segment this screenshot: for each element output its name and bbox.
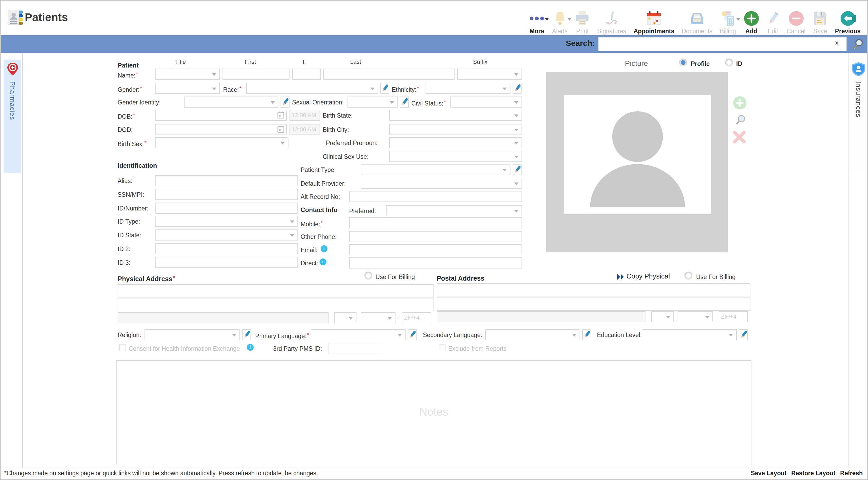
picture-zoom-icon xyxy=(734,114,747,129)
gender-identity-edit-pencil-icon[interactable] xyxy=(281,96,289,108)
id2-field[interactable] xyxy=(155,243,298,254)
preferred-pronoun-select[interactable] xyxy=(389,137,522,148)
postal-use-for-billing-radio[interactable] xyxy=(684,272,692,279)
name-title-select[interactable] xyxy=(155,68,220,80)
physical-state-select[interactable] xyxy=(334,312,356,323)
primary-language-edit-pencil-icon[interactable] xyxy=(408,329,416,340)
zip-dash: - xyxy=(398,314,400,321)
clinical-sex-use-select[interactable] xyxy=(389,151,522,162)
consent-label: Consent for Health Information Exchange xyxy=(129,345,240,352)
primary-language-select[interactable] xyxy=(311,329,405,340)
tab-pharmacies[interactable]: Pharmacies xyxy=(4,60,21,173)
physical-city-field xyxy=(118,312,329,323)
name-label: Name: xyxy=(118,71,138,79)
suffix-select[interactable] xyxy=(457,68,522,80)
patient-type-select[interactable] xyxy=(361,164,510,175)
ethnicity-edit-pencil-icon[interactable] xyxy=(513,83,522,94)
postal-zip-select[interactable] xyxy=(678,311,713,322)
default-provider-select[interactable] xyxy=(361,178,522,189)
physical-zip-select[interactable] xyxy=(361,312,396,323)
postal-zip4-placeholder: ZIP+4 xyxy=(721,313,737,320)
physical-address-line1-field[interactable] xyxy=(118,284,434,298)
sexual-orientation-select[interactable] xyxy=(347,96,398,108)
document-tray-icon xyxy=(689,10,705,27)
last-name-field[interactable] xyxy=(323,68,455,80)
patient-type-edit-pencil-icon[interactable] xyxy=(513,164,522,175)
restore-layout-link[interactable]: Restore Layout xyxy=(791,470,835,476)
id-type-select[interactable] xyxy=(155,216,298,227)
previous-button[interactable]: Previous xyxy=(831,4,864,34)
id3-field[interactable] xyxy=(155,257,298,268)
secondary-language-edit-pencil-icon[interactable] xyxy=(582,329,591,340)
alt-record-label: Alt Record No: xyxy=(301,193,340,201)
birth-city-select[interactable] xyxy=(389,124,522,135)
refresh-link[interactable]: Refresh xyxy=(840,470,863,476)
consent-info-icon[interactable] xyxy=(247,344,254,351)
preferred-pronoun-label: Preferred Pronoun: xyxy=(326,139,378,147)
print-button: Print xyxy=(571,4,593,34)
postal-state-select[interactable] xyxy=(651,311,674,322)
picture-id-radio[interactable] xyxy=(725,59,733,66)
sexual-orientation-edit-pencil-icon[interactable] xyxy=(400,96,409,108)
appointments-button[interactable]: Appointments xyxy=(630,4,678,34)
save-layout-link[interactable]: Save Layout xyxy=(751,470,786,476)
alias-field[interactable] xyxy=(155,175,298,186)
clinical-sex-use-label: Clinical Sex Use: xyxy=(323,153,369,160)
mobile-field[interactable] xyxy=(349,217,522,229)
content-panel: Pharmacies Insurances Patient Title Firs… xyxy=(1,53,867,468)
email-label: Email: xyxy=(301,246,317,254)
search-magnifier-button[interactable] xyxy=(850,36,866,52)
email-field[interactable] xyxy=(349,244,522,255)
notes-placeholder: Notes xyxy=(116,406,751,418)
left-divider xyxy=(22,53,23,468)
calendar-glyph-icon[interactable] xyxy=(277,125,284,135)
gender-identity-select[interactable] xyxy=(184,96,278,108)
picture-profile-radio[interactable] xyxy=(679,59,687,66)
direct-field[interactable] xyxy=(349,258,522,269)
right-tab-strip: Insurances xyxy=(848,53,868,468)
ssn-field[interactable] xyxy=(155,189,298,200)
preferred-contact-select[interactable] xyxy=(386,205,522,216)
add-button[interactable]: Add xyxy=(740,4,763,34)
religion-edit-pencil-icon[interactable] xyxy=(242,329,251,340)
id-number-field[interactable] xyxy=(155,203,298,214)
other-phone-field[interactable] xyxy=(349,231,522,242)
calendar-glyph-icon[interactable] xyxy=(277,111,284,121)
direct-info-icon[interactable] xyxy=(319,259,327,265)
person-silhouette-icon xyxy=(577,102,698,207)
civil-status-select[interactable] xyxy=(451,96,522,108)
education-level-edit-pencil-icon[interactable] xyxy=(739,329,748,340)
bell-icon xyxy=(554,10,566,27)
education-level-select[interactable] xyxy=(642,329,737,340)
dod-date-field[interactable] xyxy=(155,124,287,135)
birth-city-label: Birth City: xyxy=(323,126,349,133)
clear-search-icon[interactable]: x xyxy=(835,39,838,47)
id-state-select[interactable] xyxy=(155,230,298,241)
more-button[interactable]: More xyxy=(525,4,549,34)
exclude-checkbox xyxy=(439,344,445,351)
ethnicity-label: Ethnicity: xyxy=(392,85,419,93)
pms-id-field[interactable] xyxy=(329,343,380,353)
birth-sex-select[interactable] xyxy=(155,137,288,148)
physical-use-for-billing-radio[interactable] xyxy=(364,272,372,279)
gender-select[interactable] xyxy=(155,83,220,94)
email-info-icon[interactable] xyxy=(321,245,328,252)
tab-insurances[interactable]: Insurances xyxy=(850,60,866,173)
dob-date-field[interactable] xyxy=(155,110,287,121)
postal-address-line2-field[interactable] xyxy=(437,298,750,311)
save-button: Save xyxy=(809,4,831,34)
search-input[interactable] xyxy=(598,37,847,51)
physical-address-line2-field[interactable] xyxy=(118,299,434,311)
first-name-field[interactable] xyxy=(222,68,289,80)
birth-state-select[interactable] xyxy=(389,110,522,121)
secondary-language-select[interactable] xyxy=(485,329,580,340)
copy-physical-link[interactable]: Copy Physical xyxy=(626,273,670,280)
postal-address-line1-field[interactable] xyxy=(437,283,750,296)
col-last: Last xyxy=(350,59,361,65)
alt-record-field[interactable] xyxy=(349,191,522,202)
middle-initial-field[interactable] xyxy=(292,68,321,80)
ethnicity-select[interactable] xyxy=(426,83,510,94)
race-edit-pencil-icon[interactable] xyxy=(380,83,389,94)
race-select[interactable] xyxy=(246,83,378,94)
religion-select[interactable] xyxy=(144,329,240,340)
